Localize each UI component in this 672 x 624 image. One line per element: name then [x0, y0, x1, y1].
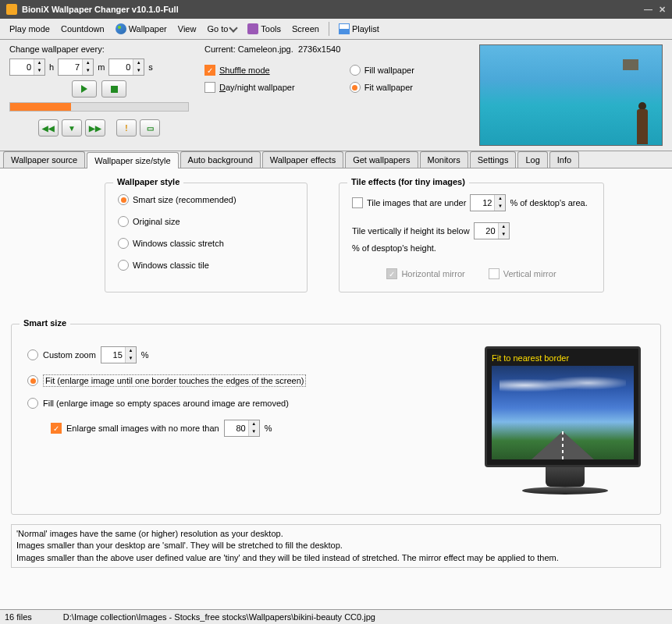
tile-under-input[interactable] [471, 197, 494, 209]
fit-preview-monitor: Fit to nearest border [485, 346, 645, 498]
tab-wallpaper-source[interactable]: Wallpaper source [3, 151, 85, 168]
hours-up[interactable]: ▲ [34, 59, 44, 67]
seconds-up[interactable]: ▲ [133, 59, 144, 67]
seconds-spinner[interactable]: ▲▼ [108, 58, 144, 76]
fill-radio[interactable] [350, 65, 361, 76]
window-title: BioniX Wallpaper Changer v10.1.0-Full [22, 5, 644, 14]
ws-smart-row[interactable]: Smart size (recommended) [118, 194, 294, 205]
change-every-label: Change wallpaper every: [9, 44, 189, 54]
tab-monitors[interactable]: Monitors [420, 151, 468, 168]
shuffle-checkbox-row[interactable]: Shuffle mode [204, 65, 295, 76]
smart-fit-label: Fit (enlarge image until one border touc… [43, 374, 306, 387]
seconds-input[interactable] [109, 61, 133, 73]
daynight-label: Day/night wallpaper [219, 83, 295, 92]
countdown-progress [9, 102, 189, 112]
ws-stretch-label: Windows classic stretch [133, 239, 224, 248]
wallpaper-preview [479, 44, 663, 146]
down-button[interactable]: ▼ [62, 119, 82, 136]
seconds-down[interactable]: ▼ [133, 67, 144, 75]
tab-settings[interactable]: Settings [470, 151, 517, 168]
enlarge-input[interactable] [225, 422, 248, 434]
menu-countdown[interactable]: Countdown [56, 22, 109, 36]
enlarge-checkbox[interactable] [51, 423, 62, 434]
tabs: Wallpaper source Wallpaper size/style Au… [0, 151, 672, 168]
warn-button[interactable]: ! [116, 119, 137, 136]
help-line-1: 'Normal' images have the same (or higher… [16, 528, 656, 540]
tab-info[interactable]: Info [549, 151, 579, 168]
help-text: 'Normal' images have the same (or higher… [11, 524, 661, 568]
smart-fill-radio[interactable] [27, 398, 38, 409]
enlarge-pct: % [265, 424, 272, 433]
ws-stretch-radio[interactable] [118, 238, 129, 249]
custom-zoom-radio[interactable] [27, 349, 38, 360]
wallpaper-style-title: Wallpaper style [113, 177, 183, 186]
menu-separator [329, 22, 329, 36]
custom-zoom-spinner[interactable]: ▲▼ [101, 346, 137, 363]
hours-spinner[interactable]: ▲▼ [9, 58, 45, 76]
fit-radio[interactable] [350, 82, 361, 93]
globe-icon [116, 23, 126, 34]
menu-goto[interactable]: Go to [202, 22, 241, 36]
tile-vert-spinner[interactable]: ▲▼ [474, 222, 510, 239]
menu-wallpaper[interactable]: Wallpaper [111, 21, 172, 37]
tab-wallpaper-size-style[interactable]: Wallpaper size/style [87, 152, 178, 168]
menu-playlist[interactable]: Playlist [334, 21, 384, 37]
tab-wallpaper-effects[interactable]: Wallpaper effects [262, 151, 343, 168]
ws-tile-radio[interactable] [118, 260, 129, 271]
monitor-button[interactable]: ▭ [140, 119, 160, 136]
ws-orig-label: Original size [133, 217, 180, 226]
tab-log[interactable]: Log [517, 151, 547, 168]
custom-zoom-pct: % [141, 350, 149, 360]
menubar: Play mode Countdown Wallpaper View Go to… [0, 19, 672, 40]
fill-radio-row[interactable]: Fill wallpaper [350, 65, 414, 76]
minutes-up[interactable]: ▲ [82, 59, 93, 67]
titlebar[interactable]: BioniX Wallpaper Changer v10.1.0-Full — … [0, 0, 672, 19]
smart-fill-label: Fill (enlarge image so empty spaces arou… [43, 399, 289, 408]
tile-vert-input[interactable] [475, 225, 498, 237]
prev-fast-button[interactable]: ◀◀ [38, 119, 59, 136]
close-button[interactable]: ✕ [659, 5, 666, 15]
play-icon [81, 85, 87, 93]
enlarge-spinner[interactable]: ▲▼ [224, 420, 260, 437]
next-fast-button[interactable]: ▶▶ [85, 119, 105, 136]
menu-screen[interactable]: Screen [287, 22, 324, 36]
seconds-unit: s [148, 62, 153, 72]
tile-under-spinner[interactable]: ▲▼ [470, 194, 506, 211]
minimize-button[interactable]: — [644, 5, 652, 15]
daynight-checkbox[interactable] [204, 82, 215, 93]
ws-tile-label: Windows classic tile [133, 261, 209, 270]
current-label: Current: [204, 44, 236, 54]
tab-get-wallpapers[interactable]: Get wallpapers [345, 151, 418, 168]
smart-fit-radio[interactable] [27, 375, 38, 386]
hours-input[interactable] [10, 61, 34, 73]
fit-radio-row[interactable]: Fit wallpaper [350, 82, 414, 93]
playlist-icon [339, 23, 350, 34]
vmirror-label: Vertical mirror [503, 269, 556, 278]
menu-wallpaper-label: Wallpaper [129, 24, 167, 34]
ws-stretch-row[interactable]: Windows classic stretch [118, 238, 294, 249]
shuffle-checkbox[interactable] [204, 65, 215, 76]
daynight-checkbox-row[interactable]: Day/night wallpaper [204, 82, 295, 93]
menu-play-mode[interactable]: Play mode [5, 22, 55, 36]
hours-down[interactable]: ▼ [34, 67, 44, 75]
stop-button[interactable] [101, 80, 126, 98]
custom-zoom-input[interactable] [101, 349, 125, 361]
menu-tools[interactable]: Tools [243, 21, 286, 37]
custom-zoom-label: Custom zoom [43, 350, 96, 360]
help-line-2: Images smaller than your desktop are 'sm… [16, 540, 656, 551]
ws-smart-radio[interactable] [118, 194, 129, 205]
tab-auto-background[interactable]: Auto background [180, 151, 261, 168]
tile-under-label1: Tile images that are under [367, 198, 466, 207]
menu-tools-label: Tools [261, 24, 281, 34]
statusbar: 16 files D:\Image collection\Images - St… [0, 609, 672, 624]
menu-view[interactable]: View [173, 22, 201, 36]
play-button[interactable] [72, 80, 97, 98]
minutes-input[interactable] [59, 61, 82, 73]
tile-vert-label1: Tile vertically if height its below [352, 226, 470, 236]
ws-tile-row[interactable]: Windows classic tile [118, 260, 294, 271]
ws-orig-row[interactable]: Original size [118, 216, 294, 227]
tile-under-checkbox[interactable] [352, 197, 363, 208]
minutes-spinner[interactable]: ▲▼ [58, 58, 94, 76]
minutes-down[interactable]: ▼ [82, 67, 93, 75]
ws-orig-radio[interactable] [118, 216, 129, 227]
